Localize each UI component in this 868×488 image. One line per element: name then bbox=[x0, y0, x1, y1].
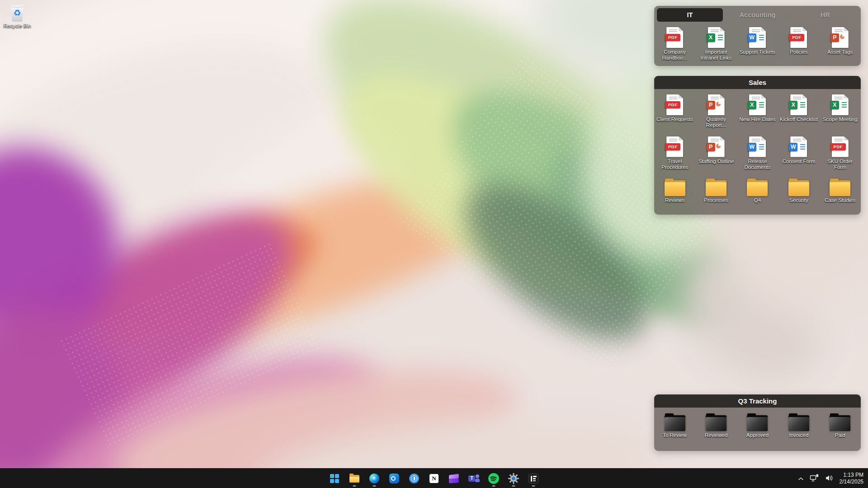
desktop-item-invoiced[interactable]: Invoiced bbox=[778, 408, 819, 451]
running-indicator bbox=[532, 485, 535, 487]
taskbar-explorer-button[interactable] bbox=[345, 469, 363, 488]
fence-tab-hr[interactable]: HR bbox=[792, 8, 858, 22]
dark-folder-icon bbox=[788, 415, 809, 431]
taskbar-fences-button[interactable] bbox=[524, 469, 542, 488]
taskbar-teams-button[interactable]: T bbox=[465, 469, 483, 488]
item-label: Kickoff Checklist bbox=[779, 117, 818, 122]
taskbar: NT 1:13 PM 2/14/2025 bbox=[0, 468, 868, 488]
fence-tab-bar: ITAccountingHR bbox=[654, 6, 861, 22]
desktop-item-scope-meeting[interactable]: XScope Meeting bbox=[820, 89, 861, 131]
teams-icon: T bbox=[468, 473, 480, 484]
item-label: Important Intranet Links bbox=[697, 49, 736, 61]
ppt-file-icon: P bbox=[832, 27, 849, 48]
taskbar-outlook-button[interactable] bbox=[385, 469, 403, 488]
file-explorer-icon bbox=[349, 473, 360, 484]
outlook-icon bbox=[388, 473, 400, 484]
tray-time: 1:13 PM bbox=[840, 472, 863, 479]
ppt-file-icon: P bbox=[708, 136, 725, 157]
taskbar-notion-button[interactable]: N bbox=[425, 469, 443, 488]
chevron-up-icon[interactable] bbox=[798, 475, 804, 482]
fences-icon bbox=[528, 474, 538, 483]
desktop-item-staffing-outline[interactable]: PStaffing Outline bbox=[695, 131, 736, 173]
running-indicator bbox=[512, 485, 515, 487]
1password-icon bbox=[408, 473, 420, 484]
taskbar-1password-button[interactable] bbox=[405, 469, 423, 488]
desktop-item-security[interactable]: Security bbox=[778, 173, 819, 215]
desktop-item-case-studies[interactable]: Case Studies bbox=[820, 173, 861, 215]
dark-folder-icon bbox=[747, 415, 768, 431]
item-label: Company Handboo... bbox=[656, 49, 694, 61]
desktop-item-reviews[interactable]: Reviews bbox=[654, 173, 695, 215]
desktop-item-release-documents[interactable]: WRelease Documents bbox=[737, 131, 778, 173]
item-label: Processes bbox=[697, 197, 736, 203]
desktop-item-policies[interactable]: PDFPolicies bbox=[778, 22, 819, 65]
item-label: Reviewed bbox=[697, 432, 736, 438]
folder-icon bbox=[747, 180, 768, 196]
file-badge: X bbox=[789, 101, 797, 109]
excel-file-icon: X bbox=[749, 94, 766, 115]
recycle-bin[interactable]: ♻ Recycle Bin bbox=[3, 5, 32, 29]
word-file-icon: W bbox=[790, 136, 807, 157]
taskbar-spotify-button[interactable] bbox=[485, 469, 503, 488]
dark-folder-icon bbox=[665, 415, 685, 431]
fence-panel-sales: Sales PDFClient RequestsPQuaterly Report… bbox=[654, 76, 861, 215]
volume-icon[interactable] bbox=[825, 474, 834, 483]
notion-icon: N bbox=[429, 474, 439, 483]
recycle-bin-icon: ♻ bbox=[10, 5, 24, 22]
desktop-item-support-tickets[interactable]: WSupport Tickets bbox=[737, 22, 778, 65]
desktop-item-paid[interactable]: Paid bbox=[820, 408, 861, 451]
desktop-item-quaterly-report[interactable]: PQuaterly Report... bbox=[695, 89, 736, 131]
item-label: Reviews bbox=[656, 197, 694, 203]
file-badge: PDF bbox=[665, 143, 680, 150]
fence-tab-accounting[interactable]: Accounting bbox=[725, 8, 791, 22]
fence-tab-it[interactable]: IT bbox=[657, 8, 723, 22]
clipchamp-icon bbox=[448, 473, 460, 484]
running-indicator bbox=[373, 485, 376, 487]
taskbar-edge-button[interactable] bbox=[365, 469, 383, 488]
tray-date: 2/14/2025 bbox=[840, 479, 863, 485]
file-badge: X bbox=[748, 101, 756, 109]
file-badge: P bbox=[830, 33, 839, 42]
pdf-file-icon: PDF bbox=[666, 136, 683, 157]
file-badge: P bbox=[707, 143, 715, 151]
fence-panel-tabbed: ITAccountingHR PDFCompany Handboo...XImp… bbox=[654, 6, 861, 66]
desktop-item-new-hire-dates[interactable]: XNew Hire Dates bbox=[737, 89, 778, 131]
file-badge: PDF bbox=[789, 34, 804, 41]
item-label: Asset Tags bbox=[821, 49, 859, 55]
desktop-item-client-requests[interactable]: PDFClient Requests bbox=[654, 89, 695, 131]
desktop-item-asset-tags[interactable]: PAsset Tags bbox=[820, 22, 861, 65]
desktop-item-consent-form[interactable]: WConsent Form bbox=[778, 131, 819, 173]
desktop-item-processes[interactable]: Processes bbox=[695, 173, 736, 215]
desktop-item-important-intranet-links[interactable]: XImportant Intranet Links bbox=[695, 22, 736, 65]
item-label: To Review bbox=[656, 432, 694, 438]
folder-icon bbox=[706, 180, 726, 196]
taskbar-clock[interactable]: 1:13 PM 2/14/2025 bbox=[840, 472, 863, 485]
folder-icon bbox=[788, 180, 809, 196]
file-badge: PDF bbox=[665, 34, 680, 41]
desktop-item-sku-order-form[interactable]: PDFSKU Order Form bbox=[820, 131, 861, 173]
desktop-item-q4[interactable]: Q4 bbox=[737, 173, 778, 215]
network-icon[interactable] bbox=[810, 474, 819, 483]
item-label: Release Documents bbox=[738, 159, 777, 170]
taskbar-clipchamp-button[interactable] bbox=[445, 469, 463, 488]
taskbar-start-button[interactable] bbox=[326, 469, 344, 488]
desktop-item-company-handboo[interactable]: PDFCompany Handboo... bbox=[654, 22, 695, 65]
file-badge: W bbox=[748, 143, 756, 151]
word-file-icon: W bbox=[749, 27, 766, 48]
desktop-item-reviewed[interactable]: Reviewed bbox=[695, 408, 736, 451]
taskbar-settings-button[interactable] bbox=[505, 469, 523, 488]
pdf-file-icon: PDF bbox=[832, 136, 849, 157]
spotify-icon bbox=[488, 473, 500, 484]
fence-title-q3-tracking[interactable]: Q3 Tracking bbox=[654, 394, 861, 408]
fence-title-sales[interactable]: Sales bbox=[654, 76, 861, 89]
desktop-item-to-review[interactable]: To Review bbox=[654, 408, 695, 451]
desktop-item-kickoff-checklist[interactable]: XKickoff Checklist bbox=[778, 89, 819, 131]
settings-gear-icon bbox=[508, 473, 519, 484]
file-badge: P bbox=[707, 101, 715, 109]
desktop-item-approved[interactable]: Approved bbox=[737, 408, 778, 451]
fence-grid-tabbed: PDFCompany Handboo...XImportant Intranet… bbox=[654, 22, 861, 65]
item-label: Case Studies bbox=[821, 197, 859, 203]
file-badge: X bbox=[707, 33, 715, 42]
item-label: Invoiced bbox=[779, 432, 818, 438]
desktop-item-travel-procedures[interactable]: PDFTravel Procedures bbox=[654, 131, 695, 173]
